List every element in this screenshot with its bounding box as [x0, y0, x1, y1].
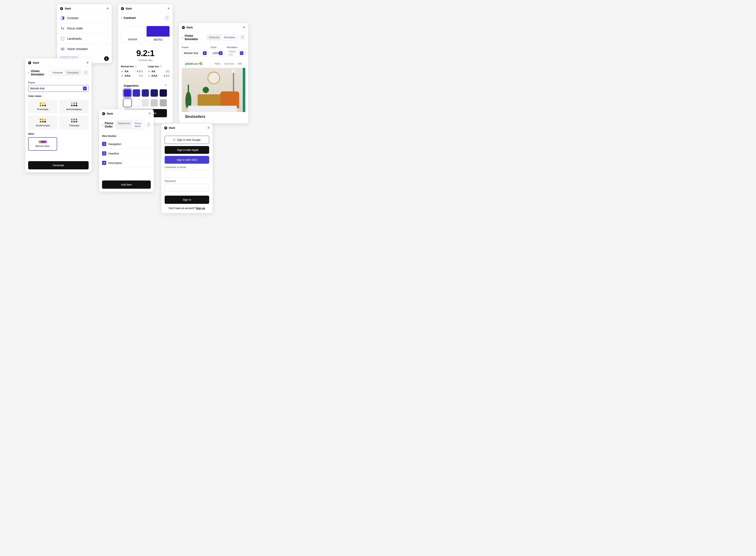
site-nav-links: Plants Care tools Gifts — [215, 63, 242, 65]
suggestion-swatch[interactable] — [124, 89, 131, 97]
tab-generate[interactable]: Generate — [207, 35, 222, 40]
close-icon[interactable]: × — [207, 126, 210, 130]
brand-label: Stark — [187, 26, 193, 29]
password-input[interactable] — [165, 184, 209, 192]
chevron-right-icon: › — [107, 47, 108, 50]
help-icon[interactable]: ? — [164, 15, 170, 21]
tab-control: Generate Simulation — [206, 34, 238, 40]
svg-point-6 — [106, 58, 107, 59]
focus-item[interactable]: 3Description — [99, 158, 154, 168]
generate-button[interactable]: Generate — [28, 161, 89, 169]
apple-signin-button[interactable]: Sign in with Apple — [165, 146, 209, 154]
background-swatch[interactable]: FFFFFF — [121, 26, 144, 43]
no-account-text: Don't have an account? — [168, 207, 196, 210]
brand-label: Stark — [65, 7, 71, 10]
color-swatches: FFFFFF 381FD1 — [118, 23, 173, 46]
check-icon: ✓ — [121, 70, 123, 73]
tab-simulation[interactable]: Simulation — [65, 70, 81, 75]
stark-logo-icon — [28, 61, 31, 64]
option-label: Protonopia — [37, 108, 48, 110]
sso-signin-button[interactable]: Sign in with SSO — [165, 156, 209, 164]
preview-nav: plants.co 🌿 Plants Care tools Gifts — [182, 60, 245, 68]
username-label: Username or email — [165, 166, 209, 169]
add-item-button[interactable]: Add item — [102, 180, 151, 189]
dropdown-icon: ▾ — [203, 51, 206, 55]
suggestion-swatch[interactable] — [133, 99, 140, 107]
simulation-select[interactable]: Select one▾ — [227, 50, 245, 57]
back-icon[interactable]: ‹ — [28, 71, 29, 74]
help-icon[interactable]: ? — [146, 122, 151, 128]
option-deuteranopia[interactable]: Deuteranopia — [28, 115, 57, 130]
info-icon[interactable]: ? — [160, 65, 162, 68]
suggestion-swatch[interactable] — [151, 99, 158, 107]
zoom-select[interactable]: 120%▾ — [211, 50, 225, 57]
tab-control: Generate Simulation — [49, 70, 81, 76]
wcag-checks: Normal text ? ✓AA4.5:1 ✓AAA7:1 Large tex… — [118, 65, 173, 81]
stark-logo-icon — [121, 7, 124, 10]
focus-item[interactable]: 2Headline — [99, 149, 154, 158]
brand-label: Stark — [125, 7, 132, 10]
avatar[interactable] — [104, 56, 109, 61]
signin-button[interactable]: Sign in — [165, 196, 209, 204]
suggestions-header[interactable]: Suggestions ⌃ — [124, 84, 167, 87]
zoom-control: Zoom 120%▾ — [211, 46, 225, 57]
brand-label: Stark — [169, 127, 175, 130]
option-achromatopsia[interactable]: Achromatopsia — [60, 99, 89, 113]
hero-image — [182, 68, 245, 112]
menu-item-label: Landmarks — [67, 37, 107, 40]
tab-sequences[interactable]: Sequences — [116, 121, 133, 129]
close-icon[interactable]: × — [107, 6, 109, 11]
help-icon[interactable]: ? — [240, 35, 245, 40]
menu-item-focus-order[interactable]: Focus order › — [57, 23, 112, 34]
brand-label: Stark — [33, 61, 39, 64]
option-label: Tritanopia — [69, 124, 79, 127]
info-icon[interactable]: ? — [135, 65, 137, 68]
check-icon: ✓ — [148, 70, 150, 73]
option-blurred-vision[interactable]: Blurred vision — [28, 137, 57, 151]
menu-item-vision-simulator[interactable]: Vision simulator › — [57, 44, 112, 54]
back-icon[interactable]: ‹ — [121, 16, 122, 20]
dropdown-icon: ▾ — [219, 51, 223, 55]
close-icon[interactable]: × — [86, 61, 89, 65]
foreground-swatch[interactable]: 381FD1 — [146, 26, 170, 43]
option-tritanopia[interactable]: Tritanopia — [60, 115, 89, 130]
back-icon[interactable]: ‹ — [182, 36, 183, 39]
dots-icon — [71, 102, 77, 106]
tab-simulation[interactable]: Simulation — [222, 35, 237, 40]
tab-focus-items[interactable]: Focus items — [133, 121, 144, 129]
suggestion-swatch[interactable] — [142, 89, 149, 97]
focus-item[interactable]: 1Navigation — [99, 139, 154, 149]
google-signin-button[interactable]: GSign in with Google — [165, 136, 209, 144]
panel-header: Stark × — [57, 4, 112, 13]
suggestion-swatch[interactable] — [160, 99, 167, 107]
option-label: Achromatopsia — [66, 108, 82, 110]
back-icon[interactable]: ‹ — [102, 123, 103, 127]
close-icon[interactable]: × — [243, 25, 245, 30]
dots-icon — [40, 118, 46, 123]
frame-select[interactable]: Website final▾ — [28, 85, 89, 92]
chevron-right-icon: › — [107, 16, 108, 20]
option-protonopia[interactable]: Protonopia — [28, 99, 57, 113]
tab-generate[interactable]: Generate — [50, 70, 65, 75]
large-text-col: Large text ? ✓AA3:1 ✓AAA4.5:1 — [148, 65, 170, 79]
suggestion-swatch[interactable] — [124, 99, 131, 107]
option-label: Deuteranopia — [36, 124, 49, 127]
signup-link[interactable]: Sign up — [196, 207, 205, 210]
close-icon[interactable]: × — [148, 111, 151, 116]
username-input[interactable] — [165, 170, 209, 178]
menu-item-contrast[interactable]: Contrast › — [57, 13, 112, 23]
frame-select[interactable]: Website final▾ — [182, 50, 209, 57]
close-icon[interactable]: × — [167, 6, 170, 11]
help-icon[interactable]: ? — [83, 70, 89, 75]
section-heading: Hero Section — [99, 132, 154, 139]
suggestion-swatch[interactable] — [142, 99, 149, 107]
stark-logo-icon — [164, 127, 167, 130]
blur-icon — [38, 141, 47, 143]
suggestion-swatch[interactable] — [151, 89, 158, 97]
suggestion-swatch[interactable] — [133, 89, 140, 97]
grade: AAA — [124, 74, 139, 77]
frame-label: Frame — [182, 46, 209, 48]
grade-value: 4.5:1 — [137, 70, 143, 73]
menu-item-landmarks[interactable]: Landmarks › — [57, 34, 112, 44]
suggestion-swatch[interactable] — [160, 89, 167, 97]
